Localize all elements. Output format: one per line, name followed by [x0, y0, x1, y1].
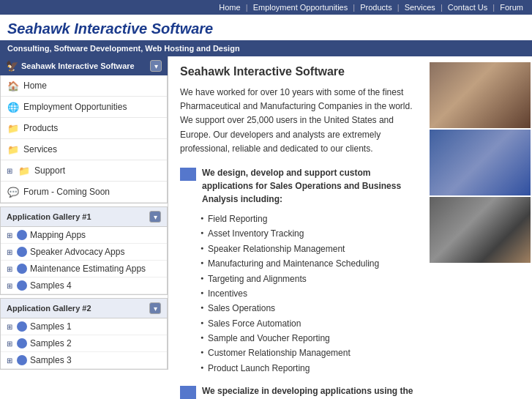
list-item: Product Launch Reporting — [201, 361, 418, 376]
tagline-bar: Consulting, Software Development, Web Ho… — [0, 40, 532, 56]
nav-home[interactable]: Home — [216, 3, 243, 12]
gallery-1-item-2[interactable]: ⊞ Maintenance Estimating Apps — [1, 261, 167, 277]
list-item: ⊞ Speaker Advocacy Apps — [1, 244, 167, 261]
feature-1-bullets: Field Reporting Asset Inventory Tracking… — [201, 212, 418, 376]
gallery-1-item-3[interactable]: ⊞ Samples 4 — [1, 277, 167, 294]
sidebar-logo-icon: 🦅 — [6, 60, 18, 72]
services-icon: 📁 — [7, 143, 20, 156]
list-item: 📁 Services — [1, 139, 167, 160]
nav-services-label: Services — [23, 144, 57, 154]
list-item: Sample and Voucher Reporting — [201, 331, 418, 346]
nav-employment[interactable]: Employment Opportunities — [250, 3, 351, 12]
list-item: Manufacturing and Maintenance Scheduling — [201, 256, 418, 271]
feature-icon-2 — [180, 386, 196, 399]
feature-icon-1 — [180, 168, 196, 181]
feature-2-text: We specialize in developing applications… — [202, 386, 413, 399]
gallery-2-header: Application Gallery #2 ▾ — [0, 298, 168, 318]
nav-forum-link[interactable]: 💬 Forum - Coming Soon — [1, 182, 167, 202]
feature-text-2: We specialize in developing applications… — [202, 384, 418, 399]
list-item: Incentives — [201, 286, 418, 301]
gallery-1-collapse-button[interactable]: ▾ — [149, 211, 161, 223]
feature-1-text: We design, develop and support custom ap… — [202, 168, 401, 204]
feature-block-2: We specialize in developing applications… — [180, 384, 418, 399]
gallery-2-label-2: Samples 3 — [30, 355, 72, 365]
main-content: Seahawk Interactive Software We have wor… — [168, 56, 430, 399]
logo-area: Seahawk Interactive Software — [0, 15, 532, 40]
support-icon: 📁 — [18, 164, 31, 177]
list-item: Speaker Relationship Management — [201, 242, 418, 256]
list-item: Customer Relationship Management — [201, 346, 418, 360]
list-item: 🌐 Employment Opportunities — [1, 97, 167, 118]
tagline-text: Consulting, Software Development, Web Ho… — [7, 44, 240, 53]
list-item: Sales Force Automation — [201, 316, 418, 331]
gallery-2-collapse-button[interactable]: ▾ — [149, 302, 161, 314]
hero-image-2 — [430, 130, 531, 195]
gallery-1-item-0[interactable]: ⊞ Mapping Apps — [1, 227, 167, 243]
nav-home-label: Home — [23, 81, 47, 91]
list-item: ⊞ Samples 1 — [1, 318, 167, 335]
app-icon — [17, 247, 27, 257]
hero-image-3 — [430, 197, 531, 263]
products-icon: 📁 — [7, 122, 20, 135]
gallery-2-item-2[interactable]: ⊞ Samples 3 — [1, 352, 167, 368]
nav-contact[interactable]: Contact Us — [445, 3, 490, 12]
forum-icon: 💬 — [7, 185, 20, 198]
feature-block-1: We design, develop and support custom ap… — [180, 166, 418, 206]
nav-employment-link[interactable]: 🌐 Employment Opportunities — [1, 97, 167, 117]
content-area: Seahawk Interactive Software We have wor… — [168, 56, 532, 399]
list-item: ⊞ Maintenance Estimating Apps — [1, 261, 167, 277]
gallery-2-section: Application Gallery #2 ▾ ⊞ Samples 1 ⊞ S… — [0, 298, 168, 370]
list-item: ⊞ 📁 Support — [1, 160, 167, 182]
globe-icon: 🌐 — [7, 100, 20, 113]
main-layout: 🦅 Seahawk Interactive Software ▾ 🏠 Home … — [0, 56, 532, 399]
nav-products-label: Products — [23, 123, 58, 133]
list-item: ⊞ Samples 2 — [1, 335, 167, 352]
gallery-1-item-1[interactable]: ⊞ Speaker Advocacy Apps — [1, 244, 167, 260]
gallery-1-label-3: Samples 4 — [30, 280, 72, 291]
expand-icon: ⊞ — [7, 167, 12, 175]
app-icon — [17, 355, 27, 365]
gallery-1-title: Application Gallery #1 — [7, 212, 91, 221]
gallery-1-section: Application Gallery #1 ▾ ⊞ Mapping Apps … — [0, 206, 168, 295]
expand-icon: ⊞ — [7, 248, 12, 256]
gallery-1-nav: ⊞ Mapping Apps ⊞ Speaker Advocacy Apps ⊞ — [0, 226, 168, 295]
list-item: 💬 Forum - Coming Soon — [1, 182, 167, 203]
nav-forum-label: Forum - Coming Soon — [23, 187, 110, 197]
nav-home-link[interactable]: 🏠 Home — [1, 75, 167, 96]
nav-products-link[interactable]: 📁 Products — [1, 118, 167, 138]
intro-paragraph: We have worked for over 10 years with so… — [180, 86, 418, 156]
site-title: Seahawk Interactive Software — [7, 20, 525, 37]
nav-employment-label: Employment Opportunities — [23, 102, 127, 112]
nav-forum[interactable]: Forum — [497, 3, 526, 12]
expand-icon: ⊞ — [7, 357, 12, 365]
right-images — [430, 56, 532, 399]
list-item: Targeting and Alignments — [201, 272, 418, 286]
feature-text-1: We design, develop and support custom ap… — [202, 166, 418, 206]
home-icon: 🏠 — [7, 79, 20, 92]
page-title: Seahawk Interactive Software — [180, 65, 418, 78]
app-icon — [17, 338, 27, 348]
gallery-1-header: Application Gallery #1 ▾ — [0, 206, 168, 226]
gallery-1-label-1: Speaker Advocacy Apps — [30, 247, 124, 257]
gallery-2-item-1[interactable]: ⊞ Samples 2 — [1, 335, 167, 351]
nav-support-link[interactable]: ⊞ 📁 Support — [1, 160, 167, 181]
nav-support-label: Support — [34, 165, 65, 176]
sidebar-header-title: 🦅 Seahawk Interactive Software — [6, 60, 135, 72]
list-item: 📁 Products — [1, 118, 167, 139]
expand-icon: ⊞ — [7, 340, 12, 348]
app-icon — [17, 230, 27, 240]
sidebar-collapse-button[interactable]: ▾ — [150, 60, 162, 72]
list-item: ⊞ Samples 3 — [1, 352, 167, 369]
nav-services[interactable]: Services — [402, 3, 438, 12]
nav-products[interactable]: Products — [357, 3, 394, 12]
gallery-2-item-0[interactable]: ⊞ Samples 1 — [1, 318, 167, 335]
list-item: ⊞ Mapping Apps — [1, 227, 167, 244]
app-icon — [17, 321, 27, 332]
list-item: Sales Operations — [201, 301, 418, 316]
expand-icon: ⊞ — [7, 231, 12, 239]
hero-image-1 — [430, 62, 531, 128]
gallery-2-title: Application Gallery #2 — [7, 304, 91, 313]
gallery-2-label-0: Samples 1 — [30, 321, 72, 332]
nav-services-link[interactable]: 📁 Services — [1, 139, 167, 160]
gallery-1-label-2: Maintenance Estimating Apps — [30, 264, 146, 274]
